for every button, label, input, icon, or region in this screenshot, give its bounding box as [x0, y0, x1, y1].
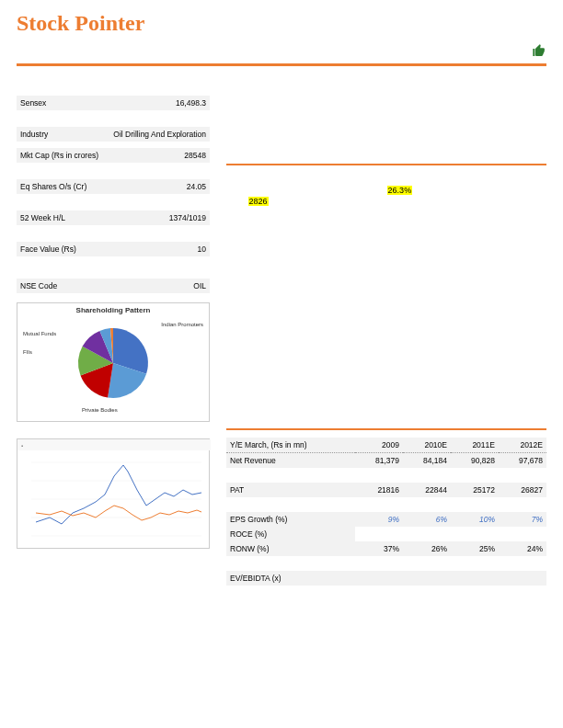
bullet-1: OIL's reserves position places it next t… [226, 219, 546, 265]
snapshot-row: Eq Shares O/s (Cr)24.05 [17, 179, 210, 194]
table-row: ROCE (%) [226, 527, 546, 541]
summary-para-1: Oil India Ltd (OIL) is involved in the b… [226, 72, 546, 153]
pie-label: Mutual Funds [23, 331, 56, 337]
thumbs-up-icon [532, 43, 546, 58]
financials-table: Y/E March, (Rs in mn)20092010E2011E2012E… [226, 438, 546, 586]
table-row: EPS [226, 497, 546, 512]
bullet-3: OIL has cash and equivalents worth Rs 85… [226, 322, 546, 345]
header-row: Oil India Ltd BUY [0, 38, 563, 62]
snapshot-row: Nifty4,945.2 [17, 111, 210, 126]
snapshot-row: NSE CodeOIL [17, 279, 210, 293]
brand-title: Stock Pointer [17, 11, 144, 35]
snapshot-title: Index Details [17, 79, 210, 90]
upside-highlight: 26.3% [387, 186, 413, 195]
pie-svg [58, 317, 168, 409]
bullet-2: Since most of OIL's fields are onshore, … [226, 276, 546, 311]
masthead: Stock Pointer [0, 0, 563, 38]
snapshot-row: IndustryOil Drilling And Exploration [17, 127, 210, 142]
pie-label: Indian Promoters [161, 322, 203, 328]
snapshot-row: BSE Code533106 [17, 263, 210, 278]
snapshot-row: Sensex16,498.3 [17, 96, 210, 110]
price-line-chart: ▪ [17, 438, 210, 549]
orange-divider [17, 63, 546, 66]
disclaimer: This document is solely for private circ… [17, 711, 546, 719]
recommendation-label: BUY [500, 43, 528, 58]
pie-title: Shareholding Pattern [17, 303, 209, 317]
line-svg: ▪ [17, 439, 211, 550]
snapshot-row: Face Value (Rs)10 [17, 242, 210, 256]
svg-rect-0 [17, 439, 211, 450]
table-row: EBIDTA [226, 468, 546, 483]
right-column: Oil India Ltd (OIL) is involved in the b… [226, 72, 546, 586]
bullet-4: With the Kirit Parekh report to address … [226, 356, 546, 402]
snapshot-row: 52 Week H/L1374/1019 [17, 210, 210, 225]
pie-label: Private Bodies [82, 407, 118, 414]
snapshot-row: Avg Vol (Lakhs) [17, 164, 210, 178]
table-row: Net Revenue81,37984,18490,82897,678 [226, 452, 546, 468]
left-column: Index Details Sensex16,498.3Nifty4,945.2… [17, 72, 210, 586]
orange-thin-divider-2 [226, 428, 546, 430]
financials-title: Key Financials [226, 414, 546, 425]
table-row: EV/EBIDTA (x) [226, 571, 546, 586]
table-row: PAT21816228442517226827 [226, 483, 546, 497]
table-row: RONW (%)37%26%25%24% [226, 541, 546, 556]
page-number: - 1 of 11 - [519, 712, 546, 719]
table-row: EPS Growth (%)9%6%10%7% [226, 512, 546, 527]
table-header-row: Y/E March, (Rs in mn)20092010E2011E2012E [226, 438, 546, 453]
shareholding-pie-chart: Shareholding Pattern Indian Promoters Pr… [17, 302, 210, 422]
table-row: P/E (x) [226, 556, 546, 571]
company-name: Oil India Ltd [17, 43, 91, 58]
snapshot-row: Mkt Cap (Rs in crores)28548 [17, 148, 210, 163]
cmp-highlight: 2826 [248, 197, 269, 206]
recommendation-block: BUY [500, 43, 546, 58]
pie-label: FIIs [23, 349, 32, 356]
snapshot-row: Dividend Yield (%) [17, 226, 210, 241]
svg-text:▪: ▪ [21, 443, 23, 449]
orange-thin-divider [226, 164, 546, 165]
snapshot-row: Median PE2.5 [17, 195, 210, 210]
summary-para-2: We initiate coverage on OIL as a BUY wit… [226, 173, 546, 208]
